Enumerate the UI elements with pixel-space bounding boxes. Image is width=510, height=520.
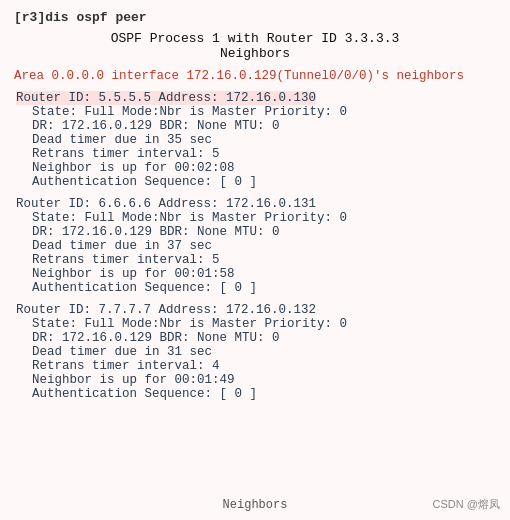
neighbor-1: Router ID: 5.5.5.5 Address: 172.16.0.130… bbox=[14, 91, 496, 189]
neighbor-3-dead: Dead timer due in 31 sec bbox=[14, 345, 496, 359]
neighbor-2-auth: Authentication Sequence: [ 0 ] bbox=[14, 281, 496, 295]
neighbor-1-auth: Authentication Sequence: [ 0 ] bbox=[14, 175, 496, 189]
neighbor-2: Router ID: 6.6.6.6 Address: 172.16.0.131… bbox=[14, 197, 496, 295]
terminal-window: [r3]dis ospf peer OSPF Process 1 with Ro… bbox=[0, 0, 510, 520]
footer-label: Neighbors bbox=[223, 498, 288, 512]
header-line2: Neighbors bbox=[14, 46, 496, 61]
command-line: [r3]dis ospf peer bbox=[14, 10, 496, 25]
neighbor-1-state: State: Full Mode:Nbr is Master Priority:… bbox=[14, 105, 496, 119]
neighbor-3-dr: DR: 172.16.0.129 BDR: None MTU: 0 bbox=[14, 331, 496, 345]
neighbor-3-uptime: Neighbor is up for 00:01:49 bbox=[14, 373, 496, 387]
neighbor-1-dead: Dead timer due in 35 sec bbox=[14, 133, 496, 147]
neighbor-1-uptime: Neighbor is up for 00:02:08 bbox=[14, 161, 496, 175]
neighbor-2-uptime: Neighbor is up for 00:01:58 bbox=[14, 267, 496, 281]
header-block: OSPF Process 1 with Router ID 3.3.3.3 Ne… bbox=[14, 31, 496, 61]
area-section: Area 0.0.0.0 interface 172.16.0.129(Tunn… bbox=[14, 69, 496, 83]
neighbor-3: Router ID: 7.7.7.7 Address: 172.16.0.132… bbox=[14, 303, 496, 401]
neighbor-1-dr: DR: 172.16.0.129 BDR: None MTU: 0 bbox=[14, 119, 496, 133]
neighbor-3-auth: Authentication Sequence: [ 0 ] bbox=[14, 387, 496, 401]
watermark: CSDN @熔凤 bbox=[433, 497, 500, 512]
neighbor-3-state: State: Full Mode:Nbr is Master Priority:… bbox=[14, 317, 496, 331]
neighbor-2-dr: DR: 172.16.0.129 BDR: None MTU: 0 bbox=[14, 225, 496, 239]
neighbor-2-state: State: Full Mode:Nbr is Master Priority:… bbox=[14, 211, 496, 225]
neighbor-1-router-id: Router ID: 5.5.5.5 Address: 172.16.0.130 bbox=[14, 91, 496, 105]
area-line: Area 0.0.0.0 interface 172.16.0.129(Tunn… bbox=[14, 69, 496, 83]
neighbor-2-retrans: Retrans timer interval: 5 bbox=[14, 253, 496, 267]
neighbor-3-retrans: Retrans timer interval: 4 bbox=[14, 359, 496, 373]
neighbor-1-retrans: Retrans timer interval: 5 bbox=[14, 147, 496, 161]
neighbor-2-router-id: Router ID: 6.6.6.6 Address: 172.16.0.131 bbox=[14, 197, 496, 211]
neighbor-2-dead: Dead timer due in 37 sec bbox=[14, 239, 496, 253]
neighbor-3-router-id: Router ID: 7.7.7.7 Address: 172.16.0.132 bbox=[14, 303, 496, 317]
header-line1: OSPF Process 1 with Router ID 3.3.3.3 bbox=[14, 31, 496, 46]
